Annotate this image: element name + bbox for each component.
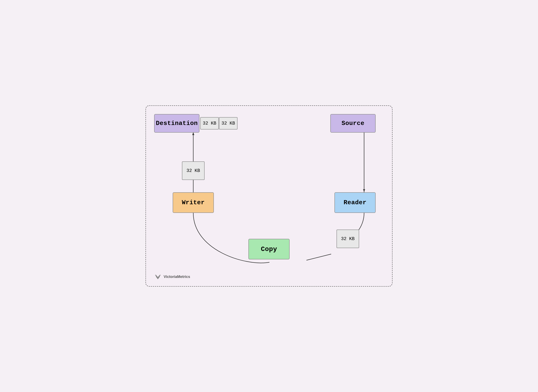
copy-label: Copy [261,245,277,253]
buffer-writer-label: 32 KB [186,168,200,173]
source-node: Source [330,114,376,133]
destination-label: Destination [156,120,198,127]
reader-node: Reader [334,192,376,213]
reader-label: Reader [343,199,366,206]
buffer-dest-1: 32 KB [200,117,219,130]
buffer-writer: 32 KB [182,161,204,180]
buffer-reader-label: 32 KB [341,236,355,242]
svg-marker-0 [363,189,365,192]
logo: VictoriaMetrics [154,273,190,280]
writer-label: Writer [182,199,204,206]
buffer-dest-1-label: 32 KB [203,121,216,126]
diagram-container: Destination 32 KB 32 KB Source Writer 32… [145,105,393,287]
svg-marker-1 [192,132,194,135]
writer-node: Writer [173,192,214,213]
logo-text: VictoriaMetrics [164,275,190,279]
destination-node: Destination [154,114,199,133]
logo-icon [154,273,162,280]
source-label: Source [341,120,364,127]
buffer-dest-2-label: 32 KB [222,121,235,126]
copy-node: Copy [248,239,290,259]
buffer-reader: 32 KB [337,229,359,248]
buffer-dest-2: 32 KB [219,117,237,130]
